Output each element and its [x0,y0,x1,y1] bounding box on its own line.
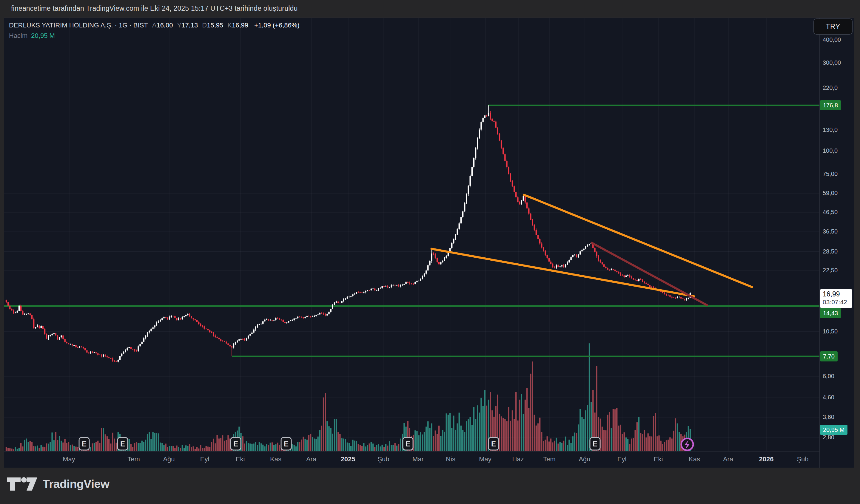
trendline-wedge-upper-orange[interactable] [524,195,752,287]
candle-body [244,339,245,340]
volume-bar [583,419,584,451]
candle-body [379,288,381,289]
earnings-icon-letter: E [491,440,496,448]
candle-body [279,318,280,320]
volume-bar [75,447,76,451]
candle-body [352,294,353,296]
candle-body [57,336,58,340]
volume-bar [545,440,546,451]
candle-body [193,318,194,320]
volume-bar [59,436,60,451]
volume-bar [150,439,152,451]
candle-body [72,344,73,345]
volume-bar [297,442,298,451]
volume-bar [147,434,148,451]
trendline-wedge-lower-orange[interactable] [431,249,694,296]
volume-bar [73,446,75,451]
candle-body [251,332,253,334]
candle-body [35,327,36,328]
volume-bar [391,445,392,451]
price-label-resistance: 176,8 [820,100,841,110]
candle-body [138,346,139,351]
candle-body [283,320,284,322]
candle-body [468,186,469,194]
volume-bar [277,443,278,451]
volume-bar [110,443,111,451]
volume-bar [570,443,571,451]
candle-body [299,317,300,317]
volume-bar [209,447,210,451]
volume-bar [371,442,372,451]
candle-body [376,290,377,291]
price-label-support-low: 7,70 [820,351,837,361]
candle-body [572,255,574,257]
price-axis[interactable]: 176,8 16,99 03:07:42 14,43 7,70 20,95 M … [819,18,854,468]
time-axis[interactable]: MayTemAğuEylEkiKasAra2025ŞubMarNisMayHaz… [4,451,854,468]
trendline-inner-falling-line[interactable] [592,243,707,305]
candle-body [17,311,18,313]
candle-body [203,326,205,329]
candle-body [207,329,209,330]
volume-bar [457,424,458,451]
candle-body [538,235,539,239]
time-axis-month-label: May [63,455,75,463]
candle-body [260,324,262,325]
volume-bar [621,434,623,451]
candle-body [255,327,256,329]
volume-bar [327,421,328,451]
candle-body [108,357,110,358]
horizontal-lines-layer[interactable] [4,105,820,356]
chart-pane[interactable]: EEEEEEE [4,18,820,451]
candle-body [444,258,445,261]
volume-bar [514,419,515,451]
volume-bar [94,443,95,451]
volume-bar [339,434,341,451]
time-axis-month-label: Ara [306,455,316,463]
price-label-support-mid: 14,43 [820,308,841,318]
volume-bar [420,432,421,451]
currency-toggle-button[interactable]: TRY [814,18,852,34]
volume-bar [510,421,511,451]
time-axis-month-label: Kas [270,455,282,463]
volume-bar [6,447,7,451]
volume-bar [431,424,432,451]
candle-body [46,334,47,339]
volume-bar [475,419,476,451]
time-axis-month-label: Eyl [200,455,210,463]
candle-body [66,342,68,343]
candle-body [607,268,608,270]
volume-bar [446,413,447,451]
candle-body [176,318,177,320]
volume-bar [664,442,665,451]
volume-bar [455,430,456,451]
candle-body [502,148,504,154]
candle-body [317,314,318,315]
ohlc-values: A16,00 Y17,13 D15,95 K16,99 +1,09 (+6,86… [152,21,300,29]
candle-body [451,243,453,248]
volume-bar [662,444,663,451]
trendlines-layer[interactable] [431,195,752,305]
candle-body [184,316,185,317]
volume-bar [613,409,614,451]
candle-body [171,316,172,317]
candle-body [51,334,53,335]
candle-body [20,306,22,311]
volume-bar [376,445,377,451]
candle-body [248,336,249,339]
tradingview-logo[interactable]: TradingView [7,477,110,491]
candle-body [62,336,63,339]
symbol-title[interactable]: DERLÜKS YATIRIM HOLDİNG A.Ş. · 1G · BIST [9,21,148,29]
volume-bar [616,408,617,451]
candle-body [645,283,647,284]
candle-body [224,341,225,342]
candle-body [338,301,339,303]
volume-bar [296,446,297,451]
volume-bar [678,432,680,451]
change-value: +1,09 (+6,86%) [254,21,300,29]
high-value: 17,13 [182,21,198,29]
candle-body [389,287,390,288]
volume-bar [30,441,31,451]
chart-canvas[interactable]: EEEEEEE [4,18,820,451]
volume-bar [191,447,192,451]
volume-bar [273,445,274,451]
